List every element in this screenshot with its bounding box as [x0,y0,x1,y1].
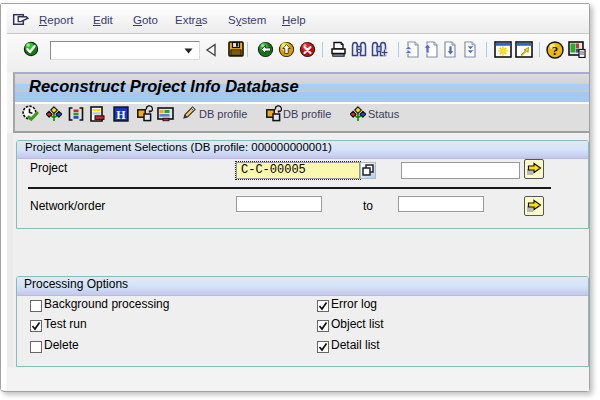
svg-text:H: H [116,108,126,122]
svg-text:?: ? [552,43,559,58]
